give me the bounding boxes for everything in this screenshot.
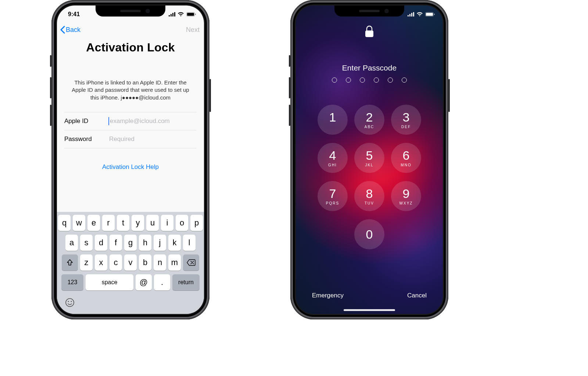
pad-number: 6 bbox=[403, 149, 410, 162]
keyboard-row-4: 123 space @ . return bbox=[58, 274, 202, 290]
chevron-left-icon bbox=[60, 26, 65, 34]
dot-key[interactable]: . bbox=[154, 274, 170, 290]
key-o[interactable]: o bbox=[176, 215, 188, 231]
keyboard-row-1: qwertyuiop bbox=[58, 215, 202, 231]
pad-number: 4 bbox=[329, 149, 336, 162]
pad-letters-empty bbox=[332, 125, 334, 129]
cancel-button[interactable]: Cancel bbox=[407, 292, 427, 299]
key-j[interactable]: j bbox=[154, 235, 166, 251]
side-button-power bbox=[209, 79, 211, 112]
side-button-silence bbox=[50, 55, 51, 67]
key-s[interactable]: s bbox=[80, 235, 93, 251]
key-q[interactable]: q bbox=[58, 215, 71, 231]
backspace-icon bbox=[187, 259, 196, 266]
key-i[interactable]: i bbox=[161, 215, 173, 231]
key-z[interactable]: z bbox=[80, 254, 93, 271]
page-description: This iPhone is linked to an Apple ID. En… bbox=[68, 79, 193, 101]
key-e[interactable]: e bbox=[87, 215, 100, 231]
wifi-icon bbox=[178, 12, 184, 17]
at-key[interactable]: @ bbox=[136, 274, 152, 290]
key-a[interactable]: a bbox=[65, 235, 78, 251]
password-row[interactable]: Password bbox=[64, 130, 197, 148]
passcode-dot bbox=[374, 77, 379, 83]
pad-key-3[interactable]: 3DEF bbox=[391, 105, 421, 135]
key-h[interactable]: h bbox=[139, 235, 151, 251]
pad-key-6[interactable]: 6MNO bbox=[391, 143, 421, 173]
svg-rect-5 bbox=[187, 13, 194, 16]
svg-rect-10 bbox=[408, 15, 409, 17]
appleid-input[interactable] bbox=[109, 117, 197, 125]
password-input[interactable] bbox=[108, 135, 197, 143]
emergency-button[interactable]: Emergency bbox=[312, 292, 344, 299]
pad-key-5[interactable]: 5JKL bbox=[354, 143, 384, 173]
svg-rect-15 bbox=[426, 13, 433, 16]
side-button-vol-up bbox=[50, 77, 51, 98]
lock-icon bbox=[365, 25, 374, 39]
backspace-key[interactable] bbox=[183, 254, 199, 271]
pad-key-7[interactable]: 7PQRS bbox=[318, 181, 348, 211]
home-indicator[interactable] bbox=[344, 309, 395, 311]
key-v[interactable]: v bbox=[124, 254, 137, 271]
key-w[interactable]: w bbox=[73, 215, 85, 231]
pad-number: 2 bbox=[366, 111, 373, 123]
pad-key-9[interactable]: 9WXYZ bbox=[391, 181, 421, 211]
key-m[interactable]: m bbox=[168, 254, 181, 271]
key-k[interactable]: k bbox=[168, 235, 181, 251]
side-button-silence bbox=[289, 55, 290, 67]
nav-bar: Back Next bbox=[57, 22, 204, 38]
stage: 9:41 Back Next Activation Lock This iPho… bbox=[0, 0, 588, 376]
svg-rect-11 bbox=[409, 14, 410, 17]
signal-icon bbox=[169, 12, 175, 17]
key-g[interactable]: g bbox=[124, 235, 137, 251]
key-t[interactable]: t bbox=[117, 215, 129, 231]
side-button-vol-down bbox=[289, 105, 290, 126]
device-notch bbox=[334, 6, 404, 17]
pad-number: 1 bbox=[329, 111, 336, 123]
space-key[interactable]: space bbox=[86, 274, 133, 290]
speaker-grille bbox=[359, 10, 380, 12]
status-indicators bbox=[169, 12, 196, 17]
battery-icon bbox=[425, 12, 435, 17]
key-l[interactable]: l bbox=[183, 235, 196, 251]
login-fields: Apple ID Password bbox=[64, 112, 197, 148]
key-r[interactable]: r bbox=[102, 215, 115, 231]
back-button[interactable]: Back bbox=[60, 26, 80, 34]
pad-letters: PQRS bbox=[326, 201, 339, 205]
key-u[interactable]: u bbox=[146, 215, 159, 231]
svg-point-9 bbox=[71, 301, 72, 302]
shift-icon bbox=[66, 259, 74, 266]
front-camera bbox=[384, 9, 389, 13]
key-d[interactable]: d bbox=[95, 235, 107, 251]
appleid-row[interactable]: Apple ID bbox=[64, 112, 197, 130]
speaker-grille bbox=[120, 10, 141, 12]
key-c[interactable]: c bbox=[110, 254, 122, 271]
phone-passcode: Enter Passcode 1 2ABC3DEF4GHI5JKL6MNO7PQ… bbox=[290, 0, 448, 319]
emoji-icon bbox=[65, 298, 75, 307]
pad-letters: GHI bbox=[328, 163, 337, 167]
pad-key-0[interactable]: 0 bbox=[354, 219, 384, 249]
pad-key-2[interactable]: 2ABC bbox=[354, 105, 384, 135]
signal-icon bbox=[408, 12, 414, 17]
battery-icon bbox=[186, 12, 196, 17]
help-link[interactable]: Activation Lock Help bbox=[57, 163, 204, 171]
key-b[interactable]: b bbox=[139, 254, 151, 271]
emoji-key[interactable] bbox=[65, 298, 75, 310]
next-button[interactable]: Next bbox=[186, 26, 200, 34]
key-n[interactable]: n bbox=[154, 254, 166, 271]
pad-key-4[interactable]: 4GHI bbox=[318, 143, 348, 173]
svg-rect-16 bbox=[434, 14, 435, 15]
shift-key[interactable] bbox=[62, 254, 78, 271]
passcode-dot bbox=[402, 77, 407, 83]
pad-key-8[interactable]: 8TUV bbox=[354, 181, 384, 211]
numbers-key[interactable]: 123 bbox=[61, 274, 83, 290]
key-y[interactable]: y bbox=[132, 215, 144, 231]
pad-letters: JKL bbox=[365, 163, 373, 167]
key-x[interactable]: x bbox=[95, 254, 107, 271]
key-p[interactable]: p bbox=[190, 215, 203, 231]
svg-point-7 bbox=[66, 299, 74, 307]
key-f[interactable]: f bbox=[110, 235, 122, 251]
pad-key-1[interactable]: 1 bbox=[318, 105, 348, 135]
side-button-power bbox=[448, 79, 450, 112]
side-button-vol-down bbox=[50, 105, 51, 126]
return-key[interactable]: return bbox=[172, 274, 200, 290]
